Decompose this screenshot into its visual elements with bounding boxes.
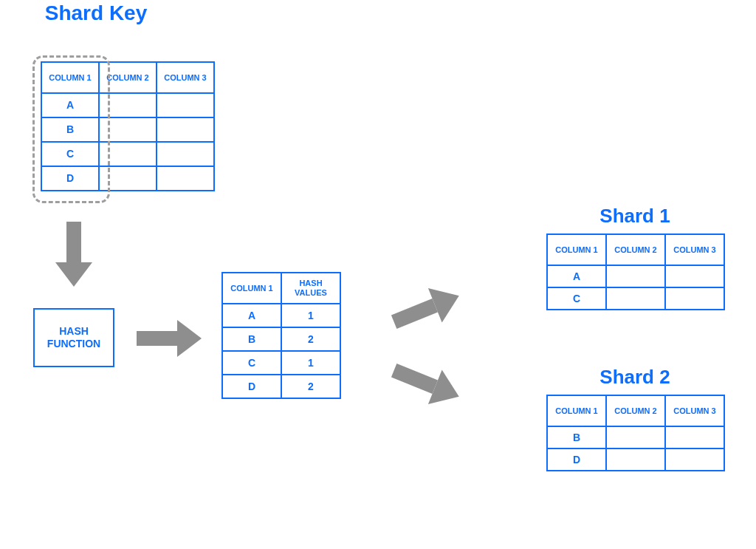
table-row: C 1 [222, 351, 340, 375]
table-row: B 2 [222, 327, 340, 351]
hash-function-label: HASH FUNCTION [35, 325, 113, 350]
table-row: B [41, 117, 214, 142]
arrow-upright-icon [391, 282, 465, 334]
svg-rect-2 [137, 331, 177, 346]
shard2-col3-header: COLUMN 3 [665, 395, 724, 426]
table-row: A [547, 265, 724, 287]
cell: A [41, 93, 99, 117]
table-row: A 1 [222, 304, 340, 327]
cell [157, 117, 214, 142]
cell [99, 117, 157, 142]
cell: D [41, 166, 99, 191]
arrow-right-icon [137, 316, 203, 361]
cell: 1 [281, 351, 340, 375]
source-col3-header: COLUMN 3 [157, 62, 214, 93]
cell: A [547, 265, 606, 287]
source-table-container: COLUMN 1 COLUMN 2 COLUMN 3 A B C D [41, 61, 215, 191]
shard-key-title-text: Shard Key [45, 1, 148, 24]
table-row: B [547, 426, 724, 449]
cell: C [222, 351, 281, 375]
table-row: C [41, 142, 214, 166]
cell: C [547, 287, 606, 310]
shard-key-title: Shard Key [41, 1, 151, 25]
table-row: D 2 [222, 375, 340, 398]
svg-rect-4 [391, 299, 438, 329]
table-row: D [41, 166, 214, 191]
svg-rect-0 [66, 222, 81, 262]
cell: D [222, 375, 281, 398]
cell [606, 265, 665, 287]
shard1-title: Shard 1 [546, 205, 724, 228]
shard2-col1-header: COLUMN 1 [547, 395, 606, 426]
shard2-table: COLUMN 1 COLUMN 2 COLUMN 3 B D [546, 395, 725, 471]
shard1-table-container: COLUMN 1 COLUMN 2 COLUMN 3 A C [546, 233, 725, 310]
shard2-title: Shard 2 [546, 366, 724, 389]
shard2-title-text: Shard 2 [599, 366, 670, 388]
cell: A [222, 304, 281, 327]
table-row: D [547, 449, 724, 471]
hash-col2-header: HASH VALUES [281, 273, 340, 304]
cell [665, 449, 724, 471]
cell [99, 93, 157, 117]
source-table: COLUMN 1 COLUMN 2 COLUMN 3 A B C D [41, 61, 215, 191]
cell: D [547, 449, 606, 471]
cell [606, 426, 665, 449]
cell: B [222, 327, 281, 351]
shard2-table-container: COLUMN 1 COLUMN 2 COLUMN 3 B D [546, 395, 725, 471]
cell [99, 166, 157, 191]
cell: C [41, 142, 99, 166]
shard1-title-text: Shard 1 [599, 205, 670, 227]
shard1-col2-header: COLUMN 2 [606, 234, 665, 265]
svg-rect-6 [391, 364, 438, 394]
cell: 2 [281, 375, 340, 398]
table-row: C [547, 287, 724, 310]
shard1-col3-header: COLUMN 3 [665, 234, 724, 265]
hash-col1-header: COLUMN 1 [222, 273, 281, 304]
cell [606, 449, 665, 471]
arrow-downright-icon [391, 358, 465, 410]
cell [157, 142, 214, 166]
svg-marker-1 [55, 262, 92, 287]
shard1-table: COLUMN 1 COLUMN 2 COLUMN 3 A C [546, 233, 725, 310]
cell: B [41, 117, 99, 142]
table-row: A [41, 93, 214, 117]
cell [157, 93, 214, 117]
source-col2-header: COLUMN 2 [99, 62, 157, 93]
source-col1-header: COLUMN 1 [41, 62, 99, 93]
cell [665, 287, 724, 310]
shard1-col1-header: COLUMN 1 [547, 234, 606, 265]
shard2-col2-header: COLUMN 2 [606, 395, 665, 426]
arrow-down-icon [52, 222, 96, 288]
cell [606, 287, 665, 310]
hash-table: COLUMN 1 HASH VALUES A 1 B 2 C 1 D 2 [221, 272, 341, 399]
hash-function-box: HASH FUNCTION [33, 308, 114, 367]
cell: 1 [281, 304, 340, 327]
cell [665, 426, 724, 449]
cell [157, 166, 214, 191]
cell [665, 265, 724, 287]
hash-table-container: COLUMN 1 HASH VALUES A 1 B 2 C 1 D 2 [221, 272, 341, 399]
cell: B [547, 426, 606, 449]
cell: 2 [281, 327, 340, 351]
cell [99, 142, 157, 166]
svg-marker-3 [177, 320, 202, 357]
